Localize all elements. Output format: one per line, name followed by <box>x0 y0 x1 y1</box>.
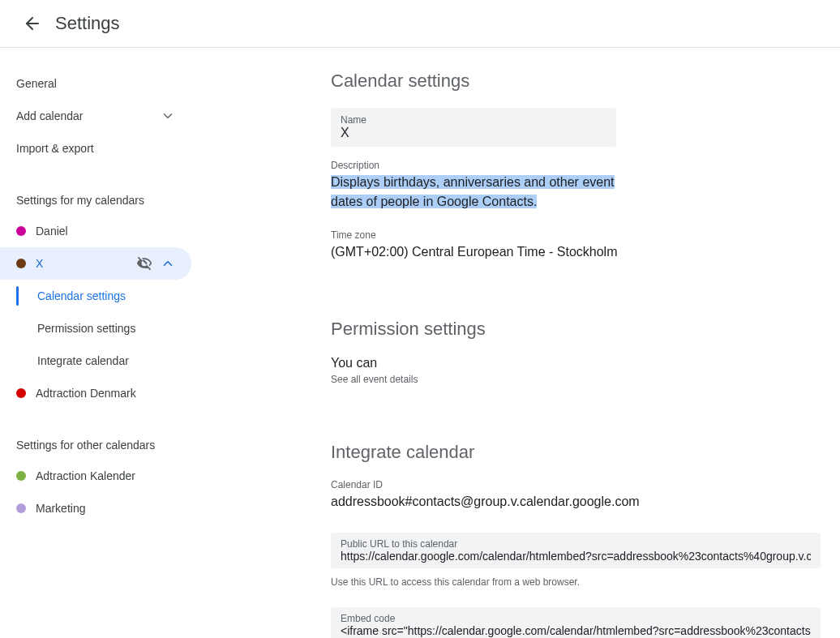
name-field[interactable]: Name X <box>331 108 616 147</box>
calendar-color-dot <box>16 259 26 268</box>
chevron-up-icon <box>161 256 175 271</box>
sidebar-calendar-marketing[interactable]: Marketing <box>0 492 191 525</box>
field-value: X <box>341 126 606 140</box>
sidebar-item-label: Add calendar <box>16 109 84 122</box>
sidebar-item-label: X <box>36 257 43 270</box>
sidebar-calendar-adtraction-kalender[interactable]: Adtraction Kalender <box>0 460 191 492</box>
field-label: Name <box>341 114 606 126</box>
description-field: Description Displays birthdays, annivers… <box>331 160 824 212</box>
sidebar-item-label: General <box>16 77 57 90</box>
sidebar-item-label: Import & export <box>16 142 94 155</box>
field-value: <iframe src="https://calendar.google.com… <box>341 624 811 637</box>
sidebar-item-add-calendar[interactable]: Add calendar <box>0 100 191 132</box>
calendar-color-dot <box>16 471 26 481</box>
sidebar-item-label: Marketing <box>36 502 85 515</box>
sidebar-calendar-x[interactable]: X <box>0 247 191 280</box>
back-button[interactable] <box>16 7 49 40</box>
sidebar-item-general[interactable]: General <box>0 67 191 100</box>
field-label: Calendar ID <box>331 479 824 490</box>
section-title-integrate-calendar: Integrate calendar <box>331 442 824 463</box>
arrow-left-icon <box>23 14 42 33</box>
sidebar-calendar-adtraction-denmark[interactable]: Adtraction Denmark <box>0 377 191 409</box>
sidebar-item-label: Integrate calendar <box>37 354 129 367</box>
sidebar-item-label: Daniel <box>36 225 68 238</box>
section-title-permission-settings: Permission settings <box>331 319 824 340</box>
field-label: Public URL to this calendar <box>341 538 811 550</box>
public-url-field[interactable]: Public URL to this calendar https://cale… <box>331 533 821 568</box>
chevron-down-icon <box>161 109 175 123</box>
calendar-id-field: Calendar ID addressbook#contacts@group.v… <box>331 479 824 512</box>
sidebar-heading-my-calendars: Settings for my calendars <box>0 182 211 215</box>
field-label: Time zone <box>331 229 824 241</box>
embed-code-field[interactable]: Embed code <iframe src="https://calendar… <box>331 607 821 638</box>
timezone-field: Time zone (GMT+02:00) Central European T… <box>331 229 824 262</box>
header: Settings <box>0 0 840 48</box>
field-value: https://calendar.google.com/calendar/htm… <box>341 550 811 563</box>
sidebar-item-label: Permission settings <box>37 322 135 335</box>
page-title: Settings <box>55 13 120 34</box>
sidebar-calendar-daniel[interactable]: Daniel <box>0 215 191 247</box>
field-label: Description <box>331 160 824 171</box>
field-value: addressbook#contacts@group.v.calendar.go… <box>331 492 824 512</box>
sidebar-item-label: Calendar settings <box>37 289 126 302</box>
sidebar-subitem-calendar-settings[interactable]: Calendar settings <box>0 280 191 312</box>
public-url-help: Use this URL to access this calendar fro… <box>331 576 824 588</box>
permission-detail: See all event details <box>331 374 824 385</box>
calendar-color-dot <box>16 388 26 398</box>
section-title-calendar-settings: Calendar settings <box>331 71 824 92</box>
calendar-color-dot <box>16 503 26 513</box>
field-value: Displays birthdays, anniversaries and ot… <box>331 173 616 212</box>
sidebar-subitem-integrate-calendar[interactable]: Integrate calendar <box>0 345 191 377</box>
selected-description-text: Displays birthdays, anniversaries and ot… <box>331 175 615 208</box>
field-label: Embed code <box>341 613 811 624</box>
visibility-off-icon[interactable] <box>136 255 152 272</box>
sidebar-heading-other-calendars: Settings for other calendars <box>0 427 211 460</box>
permission-you-can: You can <box>331 356 824 370</box>
sidebar-item-label: Adtraction Kalender <box>36 469 135 482</box>
sidebar-item-label: Adtraction Denmark <box>36 387 136 400</box>
field-value: (GMT+02:00) Central European Time - Stoc… <box>331 242 824 262</box>
sidebar-item-import-export[interactable]: Import & export <box>0 132 191 165</box>
calendar-color-dot <box>16 226 26 236</box>
main-content: Calendar settings Name X Description Dis… <box>211 48 840 638</box>
sidebar: General Add calendar Import & export Set… <box>0 48 211 638</box>
sidebar-subitem-permission-settings[interactable]: Permission settings <box>0 312 191 345</box>
